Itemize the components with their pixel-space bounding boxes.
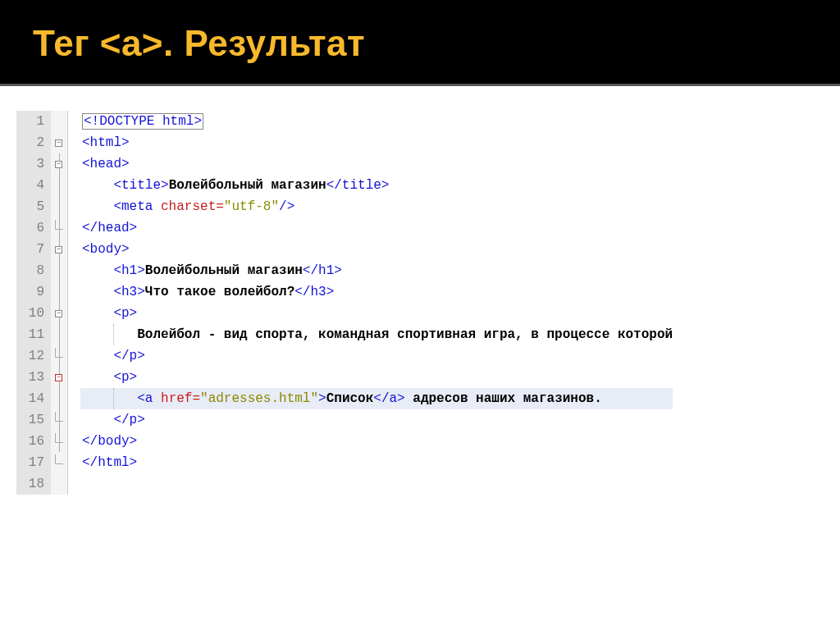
code-line: <h1>Волейбольный магазин</h1> [80, 260, 673, 281]
line-number: 1 [16, 111, 51, 132]
line-number: 2 [16, 132, 51, 153]
fold-toggle[interactable]: − [51, 153, 67, 175]
code-line: <p> [80, 367, 673, 388]
code-line: Волейбол - вид спорта, командная спортив… [80, 324, 673, 345]
code-line: <h3>Что такое волейбол?</h3> [80, 281, 673, 303]
code-line: </html> [80, 452, 673, 473]
line-number: 13 [16, 367, 51, 388]
code-line: </body> [80, 431, 673, 452]
code-line-active: <a href="adresses.html">Список</a> адрес… [80, 388, 673, 409]
code-line: <p> [80, 303, 673, 324]
code-line: <!DOCTYPE html> [80, 111, 673, 132]
line-number: 4 [16, 175, 51, 196]
line-number: 16 [16, 431, 51, 452]
code-line: <title>Волейбольный магазин</title> [80, 175, 673, 196]
line-number: 14 [16, 388, 51, 409]
line-number: 6 [16, 217, 51, 239]
slide-header: Тег <a>. Результат [0, 0, 840, 86]
code-editor: 1 <!DOCTYPE html> 2 − <html> 3 − <head> … [0, 86, 840, 511]
line-number: 17 [16, 452, 51, 473]
code-line: <body> [80, 239, 673, 260]
line-number: 9 [16, 281, 51, 303]
code-line: <meta charset="utf-8"/> [80, 196, 673, 217]
line-number: 15 [16, 409, 51, 431]
line-number: 3 [16, 153, 51, 175]
code-line: </p> [80, 345, 673, 367]
fold-toggle[interactable]: − [51, 303, 67, 324]
code-line: <head> [80, 153, 673, 175]
code-line: </p> [80, 409, 673, 431]
code-line [80, 473, 673, 495]
line-number: 12 [16, 345, 51, 367]
line-number: 18 [16, 473, 51, 495]
fold-toggle[interactable]: − [51, 132, 67, 153]
margin [67, 111, 80, 132]
line-number: 10 [16, 303, 51, 324]
line-number: 7 [16, 239, 51, 260]
fold-toggle[interactable]: − [51, 239, 67, 260]
code-line: <html> [80, 132, 673, 153]
line-number: 5 [16, 196, 51, 217]
fold-toggle[interactable]: − [51, 367, 67, 388]
line-number: 11 [16, 324, 51, 345]
slide-title: Тег <a>. Результат [33, 23, 807, 64]
line-number: 8 [16, 260, 51, 281]
fold-column [51, 111, 67, 132]
code-line: </head> [80, 217, 673, 239]
